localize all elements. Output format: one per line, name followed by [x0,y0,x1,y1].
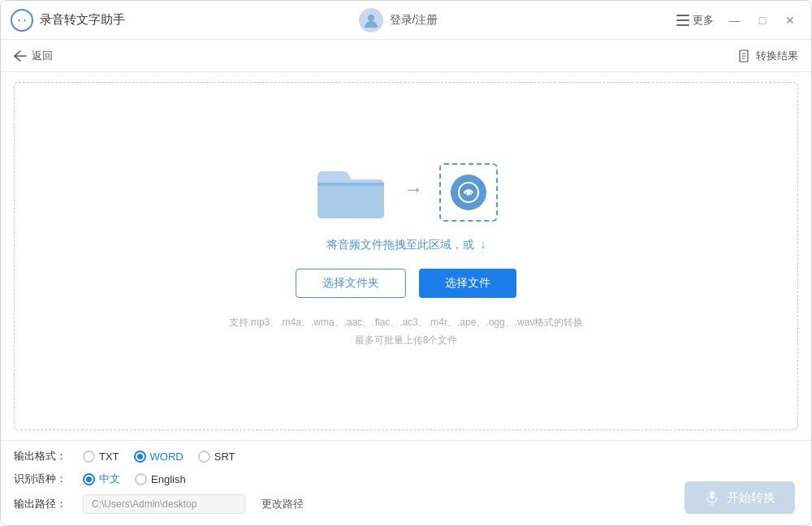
down-arrow-icon: ↓ [480,238,486,251]
app-logo-icon [11,9,33,32]
login-area[interactable]: 登录/注册 [359,8,438,32]
target-box [439,163,498,222]
back-button[interactable]: 返回 [14,49,53,63]
minimize-button[interactable]: — [723,9,746,32]
svg-point-12 [467,190,471,194]
lang-row: 识别语种： 中文 English [14,472,798,486]
convert-icon [451,175,486,210]
login-label: 登录/注册 [390,13,438,28]
format-srt-option[interactable]: SRT [198,451,235,463]
lang-english-option[interactable]: English [135,473,186,485]
back-icon [14,50,27,62]
lang-english-label: English [151,473,186,485]
titlebar-right: 更多 — □ ✕ [672,9,801,32]
toolbar: 返回 转换结果 [1,40,811,72]
format-radio-group: TXT WORD SRT [83,451,235,463]
format-txt-option[interactable]: TXT [83,451,119,463]
lang-chinese-label: 中文 [99,472,120,486]
lang-radio-group: 中文 English [83,472,186,486]
format-note: 支持.mp3、.m4a、.wma、.aac、.flac、.ac3、.m4r、.a… [229,314,584,349]
format-txt-label: TXT [99,451,119,463]
upload-illustration: → [314,163,498,222]
document-icon [738,50,751,63]
format-line2: 最多可批量上传8个文件 [229,332,584,350]
action-buttons: 选择文件夹 选择文件 [296,269,516,298]
format-word-radio[interactable] [134,451,146,463]
folder-icon [314,163,387,222]
svg-point-1 [19,18,24,23]
select-folder-button[interactable]: 选择文件夹 [296,269,406,298]
lang-chinese-radio[interactable] [83,473,95,485]
back-label: 返回 [32,49,53,63]
format-srt-label: SRT [214,451,235,463]
svg-rect-5 [676,24,689,26]
start-convert-button[interactable]: 开始转换 [685,481,795,514]
path-row: 输出路径： 更改路径 [14,494,798,514]
format-line1: 支持.mp3、.m4a、.wma、.aac、.flac、.ac3、.m4r、.a… [229,314,584,332]
more-label: 更多 [693,13,714,28]
format-word-label: WORD [150,451,184,463]
more-button[interactable]: 更多 [672,10,719,31]
close-icon: ✕ [785,14,795,27]
format-txt-radio[interactable] [83,451,95,463]
format-label: 输出格式： [14,449,67,463]
maximize-button[interactable]: □ [751,9,774,32]
path-input[interactable] [83,494,245,514]
format-srt-radio[interactable] [198,451,210,463]
drop-zone[interactable]: → 将音频文件拖拽至此区域，或 ↓ 选择文件夹 选择文件 [14,82,798,430]
path-label: 输出路径： [14,497,67,511]
minimize-icon: — [729,14,741,27]
svg-point-2 [368,15,374,21]
convert-result-label: 转换结果 [756,49,798,63]
main-content: → 将音频文件拖拽至此区域，或 ↓ 选择文件夹 选择文件 [1,72,811,525]
close-button[interactable]: ✕ [779,9,801,32]
drag-text: 将音频文件拖拽至此区域，或 [326,238,474,251]
lang-label: 识别语种： [14,472,67,486]
titlebar: 录音转文字助手 登录/注册 更多 — □ ✕ [1,1,811,40]
lang-chinese-option[interactable]: 中文 [83,472,120,486]
avatar [359,8,383,32]
drag-hint-text: 将音频文件拖拽至此区域，或 ↓ [326,238,486,252]
maximize-icon: □ [759,14,766,27]
settings-bar: 输出格式： TXT WORD SRT 识别语种： [1,440,811,525]
change-path-button[interactable]: 更改路径 [261,497,304,511]
titlebar-left: 录音转文字助手 [11,9,125,32]
svg-rect-13 [710,491,715,499]
convert-result-button[interactable]: 转换结果 [738,49,798,63]
svg-rect-3 [676,15,689,16]
app-title: 录音转文字助手 [40,12,125,28]
format-row: 输出格式： TXT WORD SRT [14,449,798,463]
arrow-right-icon: → [404,178,423,200]
microphone-icon [704,489,720,506]
hamburger-icon [676,15,689,26]
svg-rect-4 [676,19,689,21]
start-label: 开始转换 [727,490,775,506]
lang-english-radio[interactable] [135,473,147,485]
format-word-option[interactable]: WORD [134,451,184,463]
start-btn-container: 开始转换 [685,481,795,514]
select-file-button[interactable]: 选择文件 [419,269,516,298]
